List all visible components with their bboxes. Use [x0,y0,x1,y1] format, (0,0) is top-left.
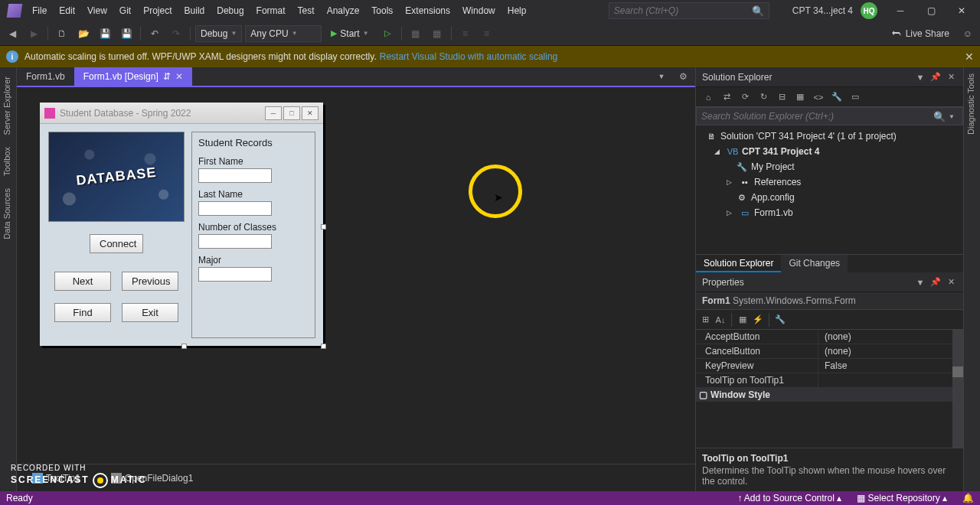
nav-back-icon[interactable]: ◀ [3,24,21,43]
menu-format[interactable]: Format [250,2,292,19]
chevron-right-icon[interactable]: ▷ [727,178,736,186]
previous-button[interactable]: Previous [122,272,178,291]
se-home-icon[interactable]: ⌂ [702,91,714,103]
se-dropdown-icon[interactable]: ▼ [914,71,926,83]
config-dropdown[interactable]: Debug▼ [195,25,242,42]
menu-file[interactable]: File [26,2,53,19]
start-nodebug-icon[interactable]: ▷ [378,24,397,43]
menu-analyze[interactable]: Analyze [321,2,366,19]
se-close-icon[interactable]: ✕ [945,71,957,83]
categorized-icon[interactable]: ⊞ [699,314,711,326]
prop-value[interactable]: False [818,359,963,373]
notifications-icon[interactable]: 🔔 [962,493,974,503]
se-search-dd-icon[interactable]: ▼ [946,110,958,122]
rail-data-sources[interactable]: Data Sources [0,182,16,246]
rail-toolbox[interactable]: Toolbox [0,141,16,182]
se-pin-icon[interactable]: 📌 [929,71,942,83]
save-all-icon[interactable]: 💾 [117,24,136,43]
rail-server-explorer[interactable]: Server Explorer [0,70,16,141]
form-min-icon[interactable]: ─ [265,106,282,120]
start-debug-button[interactable]: ▶Start▼ [325,24,374,43]
se-search-input[interactable] [701,111,933,122]
chevron-down-icon[interactable]: ◢ [714,148,724,155]
props-pin-icon[interactable]: 📌 [929,276,942,288]
select-repository[interactable]: ▦ Select Repository ▴ [857,493,947,503]
undo-icon[interactable]: ↶ [145,24,164,43]
events-icon[interactable]: ⚡ [752,314,764,326]
props-misc-icon[interactable]: 🔧 [774,314,786,326]
props-object-selector[interactable]: Form1 System.Windows.Forms.Form [696,292,963,310]
se-preview-icon[interactable]: ▭ [849,91,861,103]
menu-git[interactable]: Git [113,2,137,19]
menu-project[interactable]: Project [137,2,178,19]
save-icon[interactable]: 💾 [96,24,114,43]
tabs-gear-icon[interactable]: ⚙ [674,67,692,86]
find-button[interactable]: Find [54,303,111,322]
last-name-input[interactable] [198,201,272,216]
major-input[interactable] [198,267,272,282]
prop-value[interactable]: (none) [818,344,963,358]
prop-category-windowstyle[interactable]: ▢Window Style [696,388,963,402]
new-project-icon[interactable]: 🗋 [53,24,71,43]
tab-git-changes[interactable]: Git Changes [781,255,848,272]
tab-close-icon[interactable]: ✕ [175,71,183,82]
minimize-button[interactable]: ─ [885,0,916,21]
tree-form1[interactable]: ▷▭Form1.vb [696,205,963,220]
tree-project[interactable]: ◢VBCPT 341 Project 4 [696,144,963,159]
props-scrollbar[interactable] [952,330,963,448]
tb-icon-2[interactable]: ▦ [428,24,446,43]
props-scroll-thumb[interactable] [952,367,963,377]
collapse-icon[interactable]: ▢ [699,389,707,400]
feedback-icon[interactable]: ☺ [959,24,977,43]
open-icon[interactable]: 📂 [74,24,93,43]
se-switch-icon[interactable]: ⇄ [720,91,733,103]
exit-button[interactable]: Exit [122,303,178,322]
redo-icon[interactable]: ↷ [167,24,185,43]
props-dropdown-icon[interactable]: ▼ [914,276,926,288]
se-search[interactable]: 🔍 ▼ [696,107,963,125]
global-search-input[interactable] [614,5,752,16]
form-close-icon[interactable]: ✕ [302,106,318,120]
menu-tools[interactable]: Tools [365,2,399,19]
rail-diagnostic-tools[interactable]: Diagnostic Tools [964,67,978,141]
props-page-icon[interactable]: ▦ [737,314,749,326]
first-name-input[interactable] [198,168,272,183]
alphabetical-icon[interactable]: A↓ [714,314,727,326]
form-max-icon[interactable]: □ [283,106,300,120]
tree-solution[interactable]: 🗎Solution 'CPT 341 Project 4' (1 of 1 pr… [696,129,963,144]
add-source-control[interactable]: ↑ Add to Source Control ▴ [737,493,841,503]
menu-window[interactable]: Window [456,2,501,19]
menu-debug[interactable]: Debug [211,2,250,19]
se-sync-icon[interactable]: ⟳ [739,91,751,103]
menu-help[interactable]: Help [501,2,533,19]
maximize-button[interactable]: ▢ [916,0,946,21]
form-mock[interactable]: Student Database - Spring 2022 ─ □ ✕ Con… [40,103,323,346]
se-showall-icon[interactable]: ▦ [794,91,806,103]
global-search[interactable]: 🔍 [609,2,769,19]
menu-edit[interactable]: Edit [53,2,81,19]
align-icon-2[interactable]: ≡ [478,24,496,43]
liveshare-button[interactable]: ⮪ Live Share [892,28,949,39]
tree-myproject[interactable]: 🔧My Project [696,159,963,174]
tree-references[interactable]: ▷▪▪References [696,174,963,190]
se-props-icon[interactable]: 🔧 [831,91,843,103]
nav-fwd-icon[interactable]: ▶ [24,24,43,43]
close-button[interactable]: ✕ [946,0,977,21]
align-icon[interactable]: ≡ [456,24,475,43]
form-designer[interactable]: Student Database - Spring 2022 ─ □ ✕ Con… [17,87,695,464]
tab-form1-design[interactable]: Form1.vb [Design] ⇵ ✕ [74,67,192,86]
tree-appconfig[interactable]: ⚙App.config [696,190,963,205]
classes-input[interactable] [198,234,272,249]
se-viewcode-icon[interactable]: <> [812,91,825,103]
tab-solution-explorer[interactable]: Solution Explorer [696,255,781,272]
se-collapse-icon[interactable]: ⊟ [776,91,788,103]
se-refresh-icon[interactable]: ↻ [757,91,769,103]
platform-dropdown[interactable]: Any CPU▼ [245,25,322,42]
props-close-icon[interactable]: ✕ [945,276,957,288]
next-button[interactable]: Next [54,272,111,291]
prop-value[interactable] [818,373,963,387]
prop-value[interactable]: (none) [818,330,963,344]
menu-build[interactable]: Build [178,2,211,19]
tab-form1-code[interactable]: Form1.vb [17,67,74,86]
info-restart-link[interactable]: Restart Visual Studio with automatic sca… [380,51,558,62]
